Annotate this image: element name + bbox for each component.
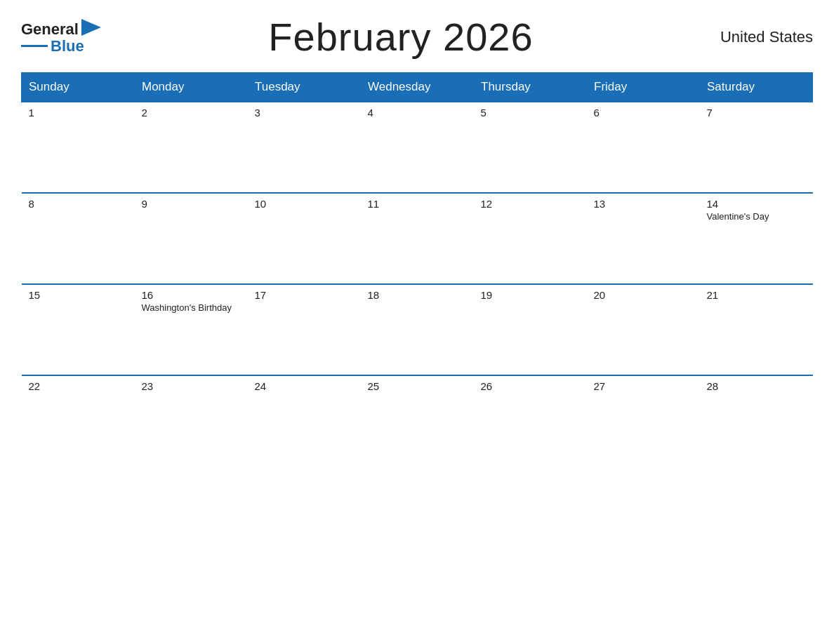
day-number: 13 bbox=[594, 198, 693, 210]
calendar-cell: 23 bbox=[135, 375, 248, 467]
day-number: 6 bbox=[594, 107, 693, 119]
calendar-cell: 15 bbox=[22, 284, 135, 375]
calendar-week-row: 1516Washington's Birthday1718192021 bbox=[22, 284, 813, 375]
day-number: 18 bbox=[368, 289, 467, 301]
svg-marker-0 bbox=[81, 19, 101, 36]
page-title: February 2026 bbox=[268, 14, 533, 60]
day-number: 14 bbox=[707, 198, 806, 210]
calendar-cell: 17 bbox=[248, 284, 361, 375]
calendar-week-row: 1234567 bbox=[22, 102, 813, 193]
day-number: 27 bbox=[594, 380, 693, 392]
day-number: 19 bbox=[481, 289, 580, 301]
holiday-label: Washington's Birthday bbox=[142, 302, 241, 313]
calendar-cell: 28 bbox=[700, 375, 813, 467]
page: General Blue February 2026 Uni bbox=[0, 0, 834, 644]
country-label: United States bbox=[701, 28, 813, 46]
calendar-cell: 22 bbox=[22, 375, 135, 467]
day-number: 16 bbox=[142, 289, 241, 301]
holiday-label: Valentine's Day bbox=[707, 211, 806, 222]
calendar-cell: 5 bbox=[474, 102, 587, 193]
calendar-cell: 1 bbox=[22, 102, 135, 193]
calendar-week-row: 891011121314Valentine's Day bbox=[22, 193, 813, 284]
day-number: 28 bbox=[707, 380, 806, 392]
calendar-cell: 11 bbox=[361, 193, 474, 284]
calendar-cell: 20 bbox=[587, 284, 700, 375]
col-thursday: Thursday bbox=[474, 73, 587, 102]
day-number: 4 bbox=[368, 107, 467, 119]
calendar-cell: 6 bbox=[587, 102, 700, 193]
col-wednesday: Wednesday bbox=[361, 73, 474, 102]
calendar-week-row: 22232425262728 bbox=[22, 375, 813, 467]
logo-general-label: General bbox=[21, 20, 79, 39]
day-number: 10 bbox=[255, 198, 354, 210]
day-number: 22 bbox=[29, 380, 128, 392]
calendar-cell: 14Valentine's Day bbox=[700, 193, 813, 284]
day-number: 25 bbox=[368, 380, 467, 392]
calendar-cell: 21 bbox=[700, 284, 813, 375]
day-number: 7 bbox=[707, 107, 806, 119]
calendar-cell: 7 bbox=[700, 102, 813, 193]
calendar-cell: 9 bbox=[135, 193, 248, 284]
weekday-header-row: Sunday Monday Tuesday Wednesday Thursday… bbox=[22, 73, 813, 102]
calendar-cell: 10 bbox=[248, 193, 361, 284]
calendar-cell: 4 bbox=[361, 102, 474, 193]
logo-bottom: Blue bbox=[21, 37, 101, 55]
day-number: 2 bbox=[142, 107, 241, 119]
calendar-table: Sunday Monday Tuesday Wednesday Thursday… bbox=[21, 72, 813, 467]
day-number: 21 bbox=[707, 289, 806, 301]
day-number: 23 bbox=[142, 380, 241, 392]
day-number: 20 bbox=[594, 289, 693, 301]
calendar-cell: 27 bbox=[587, 375, 700, 467]
day-number: 11 bbox=[368, 198, 467, 210]
calendar-cell: 26 bbox=[474, 375, 587, 467]
calendar-cell: 19 bbox=[474, 284, 587, 375]
day-number: 8 bbox=[29, 198, 128, 210]
col-saturday: Saturday bbox=[700, 73, 813, 102]
calendar-cell: 12 bbox=[474, 193, 587, 284]
calendar-cell: 18 bbox=[361, 284, 474, 375]
calendar-cell: 3 bbox=[248, 102, 361, 193]
calendar-cell: 2 bbox=[135, 102, 248, 193]
logo-triangle-icon bbox=[81, 19, 101, 36]
day-number: 15 bbox=[29, 289, 128, 301]
logo-blue-label: Blue bbox=[51, 37, 84, 55]
calendar-cell: 24 bbox=[248, 375, 361, 467]
col-monday: Monday bbox=[135, 73, 248, 102]
calendar-cell: 13 bbox=[587, 193, 700, 284]
logo: General Blue bbox=[21, 19, 101, 55]
day-number: 5 bbox=[481, 107, 580, 119]
day-number: 9 bbox=[142, 198, 241, 210]
col-sunday: Sunday bbox=[22, 73, 135, 102]
calendar-cell: 8 bbox=[22, 193, 135, 284]
col-tuesday: Tuesday bbox=[248, 73, 361, 102]
day-number: 12 bbox=[481, 198, 580, 210]
day-number: 1 bbox=[29, 107, 128, 119]
calendar-cell: 25 bbox=[361, 375, 474, 467]
calendar-cell: 16Washington's Birthday bbox=[135, 284, 248, 375]
day-number: 26 bbox=[481, 380, 580, 392]
header: General Blue February 2026 Uni bbox=[21, 14, 813, 60]
day-number: 3 bbox=[255, 107, 354, 119]
col-friday: Friday bbox=[587, 73, 700, 102]
logo-line bbox=[21, 45, 48, 47]
day-number: 17 bbox=[255, 289, 354, 301]
day-number: 24 bbox=[255, 380, 354, 392]
